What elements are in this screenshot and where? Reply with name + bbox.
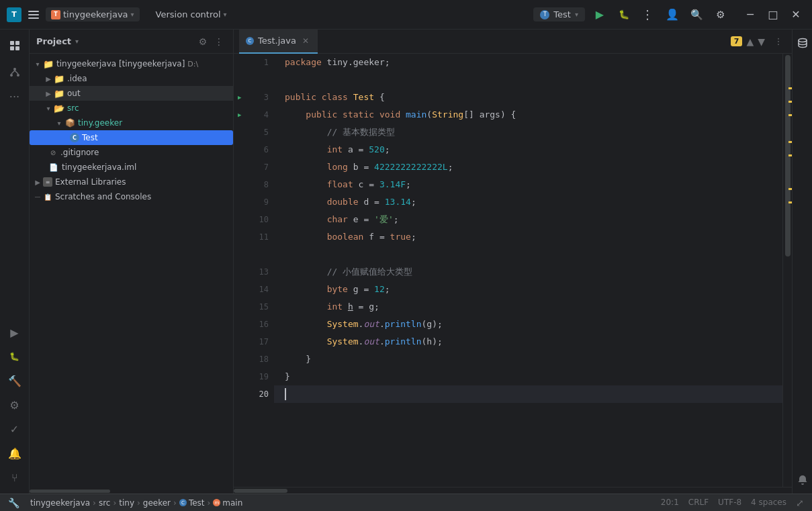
git-icon[interactable]: ⑂ (4, 467, 26, 488)
cursor-position[interactable]: 20:1 (661, 498, 679, 508)
breadcrumb-method-icon: m (213, 499, 220, 506)
debug-tool-icon[interactable]: 🐛 (4, 346, 26, 367)
warning-badge[interactable]: 7 (731, 36, 743, 46)
expand-icon[interactable]: ⤢ (796, 498, 804, 508)
minimize-button[interactable]: ─ (741, 5, 760, 24)
gutter-4: 4 (234, 106, 274, 124)
editor-gutter: 1 3 4 5 6 7 8 9 10 11 13 14 15 16 17 18 … (234, 54, 274, 487)
code-area: package tiny.geeker; public class Test {… (274, 54, 782, 487)
debug-button[interactable]: 🐛 (615, 5, 633, 24)
close-button[interactable]: ✕ (786, 5, 805, 24)
breadcrumb-project[interactable]: tinygeekerjava (30, 498, 90, 508)
gutter-17: 17 (234, 333, 274, 351)
tree-item-out[interactable]: ▶ 📁 out (30, 86, 233, 101)
notifications-icon[interactable]: 🔔 (4, 443, 26, 464)
horizontal-scrollbar[interactable] (234, 487, 792, 494)
svg-point-5 (10, 74, 13, 77)
gutter-1: 1 (234, 54, 274, 71)
svg-rect-0 (10, 41, 14, 45)
vcs-menu[interactable]: Version control ▾ (156, 9, 227, 19)
vcs-label: Version control (156, 9, 221, 19)
right-tool-rail (792, 30, 812, 494)
breadcrumb-test[interactable]: Test (189, 498, 205, 508)
breadcrumb-geeker[interactable]: geeker (143, 498, 171, 508)
gutter-18: 18 (234, 351, 274, 368)
hamburger-menu[interactable] (27, 8, 40, 21)
code-line-21 (274, 403, 782, 420)
svg-rect-1 (15, 41, 19, 45)
tree-label-extlibs: External Libraries (55, 177, 126, 187)
gutter-21 (234, 403, 274, 420)
gutter-19: 19 (234, 368, 274, 385)
arrow-out: ▶ (43, 88, 54, 99)
warning-marker-3 (788, 114, 792, 116)
editor-container: 1 3 4 5 6 7 8 9 10 11 13 14 15 16 17 18 … (234, 54, 792, 487)
run-config-chevron: ▾ (575, 11, 578, 18)
tree-label-idea: .idea (67, 74, 87, 83)
more-actions-button[interactable]: ⋮ (639, 5, 658, 24)
encoding[interactable]: UTF-8 (718, 498, 741, 508)
run-button[interactable]: ▶ (590, 5, 609, 24)
project-selector[interactable]: T tinygeekerjava ▾ (46, 7, 140, 21)
tree-item-gitignore[interactable]: ⊘ .gitignore (30, 145, 233, 160)
window-controls: ─ □ ✕ (741, 5, 805, 24)
tree-item-root[interactable]: ▾ 📁 tinygeekerjava [tinygeekerjava] D:\ (30, 56, 233, 71)
tree-item-extlibs[interactable]: ▶ ≡ External Libraries (30, 175, 233, 189)
breadcrumb-main[interactable]: main (222, 498, 242, 508)
breadcrumb-src[interactable]: src (99, 498, 111, 508)
tree-item-pkg[interactable]: ▾ 📦 tiny.geeker (30, 115, 233, 130)
warning-chevron-up[interactable]: ▲ (746, 36, 754, 47)
tab-test-java[interactable]: C Test.java ✕ (239, 30, 318, 54)
indent-setting[interactable]: 4 spaces (751, 498, 786, 508)
gutter-14: 14 (234, 281, 274, 298)
settings-button[interactable]: ⚙ (711, 5, 730, 24)
h-scroll-thumb[interactable] (234, 489, 287, 493)
tab-bar-more-btn[interactable]: ⋮ (770, 34, 786, 50)
gutter-3: 3 (234, 89, 274, 106)
tree-item-src[interactable]: ▾ 📂 src (30, 101, 233, 115)
profile-button[interactable]: 👤 (663, 5, 682, 24)
tab-close-btn[interactable]: ✕ (300, 36, 311, 46)
tree-item-idea[interactable]: ▶ 📁 .idea (30, 71, 233, 86)
line-ending[interactable]: CRLF (688, 498, 709, 508)
titlebar: T T tinygeekerjava ▾ Version control ▾ T… (0, 0, 812, 30)
warning-marker-1 (788, 87, 792, 89)
sidebar-title-chevron: ▾ (75, 38, 79, 45)
sidebar-settings-btn[interactable]: ⚙ (195, 34, 210, 49)
tree-item-test[interactable]: C Test (30, 130, 233, 145)
more-options[interactable]: ··· (4, 86, 26, 107)
breadcrumb-tiny[interactable]: tiny (119, 498, 134, 508)
gutter-16: 16 (234, 316, 274, 333)
arrow-test (64, 132, 70, 143)
maximize-button[interactable]: □ (764, 5, 782, 24)
project-tool-icon[interactable] (4, 35, 26, 56)
structure-icon[interactable] (4, 62, 26, 83)
code-line-7: long b = 4222222222222L; (274, 158, 782, 176)
warning-chevron-down[interactable]: ▼ (758, 36, 765, 47)
commit-icon[interactable]: ✓ (4, 418, 26, 440)
services-icon[interactable]: ⚙ (4, 394, 26, 416)
run-tool-icon[interactable]: ▶ (4, 322, 26, 343)
gutter-2 (234, 71, 274, 89)
project-status-icon[interactable]: 🔧 (8, 498, 19, 508)
tree-item-scratch[interactable]: — 📋 Scratches and Consoles (30, 189, 233, 204)
editor-content[interactable]: package tiny.geeker; public class Test {… (274, 54, 782, 487)
project-tree: ▾ 📁 tinygeekerjava [tinygeekerjava] D:\ … (30, 54, 233, 488)
sidebar-more-btn[interactable]: ⋮ (212, 34, 226, 49)
run-config-selector[interactable]: T Test ▾ (533, 7, 585, 21)
vcs-chevron: ▾ (224, 11, 227, 18)
tab-bar: C Test.java ✕ 7 ▲ ▼ ⋮ (234, 30, 792, 54)
gutter-11: 11 (234, 228, 274, 246)
gutter-20: 20 (234, 385, 274, 403)
database-icon[interactable] (795, 35, 811, 51)
tab-filename: Test.java (258, 36, 296, 46)
editor-scrollbar[interactable] (782, 54, 792, 487)
sidebar-title[interactable]: Project ▾ (36, 36, 79, 46)
build-tool-icon[interactable]: 🔨 (4, 370, 26, 391)
notifications-right-icon[interactable] (795, 472, 811, 488)
tab-file-icon: C (246, 37, 254, 45)
tree-label-src: src (67, 103, 79, 113)
tree-item-iml[interactable]: 📄 tinygeekerjava.iml (30, 160, 233, 175)
search-everywhere-button[interactable]: 🔍 (687, 5, 706, 24)
breadcrumb: tinygeekerjava › src › tiny › geeker › C… (30, 498, 242, 508)
